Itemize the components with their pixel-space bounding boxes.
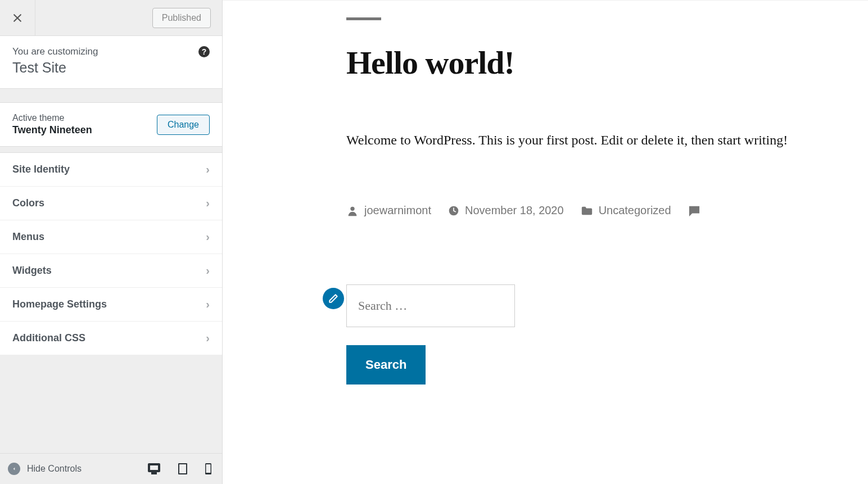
desktop-icon [147, 463, 161, 475]
post-entry: Hello world! Welcome to WordPress. This … [346, 17, 813, 217]
sidebar-top-bar: Published [0, 0, 222, 36]
svg-rect-8 [206, 464, 211, 473]
panel-menus[interactable]: Menus › [0, 220, 222, 254]
post-content: Welcome to WordPress. This is your first… [346, 126, 813, 153]
search-button[interactable]: Search [346, 345, 426, 385]
customizing-info: You are customizing Test Site ? [0, 36, 222, 88]
sidebar-filler [0, 355, 222, 453]
panel-label: Site Identity [12, 164, 70, 175]
widget-edit-button[interactable] [323, 288, 344, 309]
tablet-preview-button[interactable] [178, 463, 188, 475]
active-theme-label: Active theme [12, 113, 92, 123]
panel-widgets[interactable]: Widgets › [0, 254, 222, 288]
hide-controls-button[interactable]: Hide Controls [8, 463, 82, 475]
svg-point-9 [350, 206, 354, 210]
panel-label: Widgets [12, 265, 52, 277]
post-date[interactable]: November 18, 2020 [448, 204, 564, 217]
sidebar-footer: Hide Controls [0, 453, 222, 484]
panel-site-identity[interactable]: Site Identity › [0, 153, 222, 187]
author-icon [346, 205, 359, 217]
pencil-icon [328, 293, 338, 304]
post-title[interactable]: Hello world! [346, 44, 813, 82]
help-icon[interactable]: ? [198, 46, 210, 57]
change-theme-button[interactable]: Change [157, 115, 210, 135]
svg-rect-6 [179, 464, 186, 473]
desktop-preview-button[interactable] [147, 463, 161, 475]
post-date-text: November 18, 2020 [465, 204, 564, 217]
panel-colors[interactable]: Colors › [0, 187, 222, 220]
chevron-right-icon: › [206, 264, 210, 277]
chevron-right-icon: › [206, 163, 210, 176]
post-category[interactable]: Uncategorized [581, 204, 671, 217]
sidebar-divider [0, 88, 222, 103]
chevron-right-icon: › [206, 197, 210, 210]
panel-additional-css[interactable]: Additional CSS › [0, 322, 222, 355]
chevron-right-icon: › [206, 298, 210, 311]
panel-label: Homepage Settings [12, 298, 107, 310]
device-preview-toggles [147, 463, 212, 475]
comment-icon [688, 205, 700, 216]
chevron-right-icon: › [206, 332, 210, 345]
post-category-text: Uncategorized [599, 204, 671, 217]
customizing-label: You are customizing [12, 46, 210, 57]
clock-icon [448, 205, 459, 216]
close-icon [12, 12, 23, 24]
chevron-right-icon: › [206, 230, 210, 243]
search-widget: Search [346, 284, 868, 385]
svg-rect-4 [152, 473, 156, 474]
panel-label: Additional CSS [12, 332, 85, 344]
svg-rect-3 [150, 465, 159, 471]
post-divider [346, 17, 381, 20]
folder-icon [581, 205, 593, 216]
active-theme-block: Active theme Twenty Nineteen Change [0, 103, 222, 146]
mobile-preview-button[interactable] [205, 463, 212, 475]
panel-label: Colors [12, 197, 44, 209]
customizer-sidebar: Published You are customizing Test Site … [0, 0, 223, 484]
post-meta: joewarnimont November 18, 2020 Uncategor… [346, 204, 813, 217]
panel-label: Menus [12, 231, 44, 243]
publish-status-button[interactable]: Published [152, 8, 211, 28]
site-preview: Hello world! Welcome to WordPress. This … [223, 0, 868, 484]
sidebar-divider [0, 146, 222, 153]
search-input[interactable] [346, 284, 515, 327]
close-button[interactable] [0, 0, 35, 36]
active-theme-name: Twenty Nineteen [12, 124, 92, 136]
site-name-text: Test Site [12, 60, 210, 76]
post-author-text: joewarnimont [364, 204, 431, 217]
post-comments[interactable] [688, 205, 700, 216]
post-author[interactable]: joewarnimont [346, 204, 431, 217]
collapse-icon [8, 463, 20, 475]
hide-controls-label: Hide Controls [27, 464, 82, 474]
mobile-icon [205, 463, 212, 475]
tablet-icon [178, 463, 188, 475]
panel-homepage-settings[interactable]: Homepage Settings › [0, 288, 222, 322]
customizer-panels: Site Identity › Colors › Menus › Widgets… [0, 153, 222, 355]
